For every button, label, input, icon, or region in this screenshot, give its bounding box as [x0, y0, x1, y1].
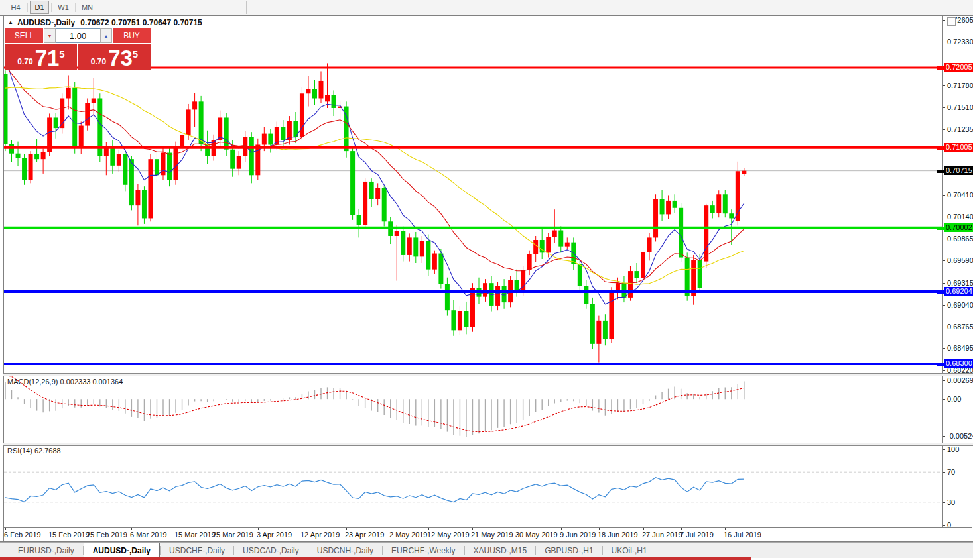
price-tick-label: 0.68765	[947, 323, 973, 331]
rsi-tick-label: 0	[947, 521, 951, 529]
candle-body	[281, 127, 285, 140]
candle-body	[142, 190, 147, 218]
price-tick-label: 0.71510	[947, 103, 973, 111]
candle-body	[653, 199, 658, 237]
candle-body	[464, 311, 468, 327]
candle-body	[174, 146, 178, 180]
chart-tab-usdchf-daily[interactable]: USDCHF-,Daily	[161, 543, 233, 558]
chart-title: ▲AUDUSD-,Daily0.70672 0.70751 0.70647 0.…	[8, 18, 202, 27]
candle-body	[679, 208, 683, 258]
line-price-label: 0.69204	[944, 287, 973, 296]
rsi-label: RSI(14) 62.7688	[7, 447, 61, 455]
candle-body	[357, 215, 361, 225]
toolbar-group-separator	[246, 1, 247, 14]
candle-body	[685, 258, 690, 296]
volume-increase-button[interactable]: ▲	[100, 28, 112, 43]
date-tick-label: 3 Apr 2019	[257, 531, 292, 539]
date-tick-label: 30 May 2019	[515, 531, 558, 539]
timeframe-button-w1[interactable]: W1	[54, 1, 73, 14]
candle-body	[332, 95, 336, 108]
rsi-bottom-border	[3, 527, 972, 528]
candle-body	[268, 134, 273, 145]
chart-tab-usdcnh-daily[interactable]: USDCNH-,Daily	[308, 543, 382, 558]
chart-tab-eurchf-weekly[interactable]: EURCHF-,Weekly	[383, 543, 464, 558]
candle-body	[704, 205, 708, 261]
candle-body	[319, 81, 324, 99]
date-tick-label: 23 Apr 2019	[345, 531, 384, 539]
candle-body	[603, 321, 608, 339]
candle-body	[495, 286, 500, 306]
price-tick-label: 0.72330	[947, 38, 973, 46]
candle-body	[546, 237, 551, 252]
date-tick-mark	[428, 528, 429, 530]
candle-body	[729, 213, 734, 218]
buy-price-panel[interactable]: 0.70735	[78, 44, 151, 70]
macd-tick-label: -0.005242	[947, 432, 973, 440]
date-tick-label: 2 May 2019	[389, 531, 427, 539]
volume-input[interactable]: 1.00	[56, 28, 100, 43]
moving-average-line	[5, 87, 744, 284]
macd-label: MACD(12,26,9) 0.002333 0.001364	[7, 378, 123, 386]
rsi-tick-label: 70	[947, 468, 955, 476]
candle-body	[438, 254, 443, 284]
volume-decrease-button[interactable]: ▼	[44, 28, 56, 43]
price-tick-label: 0.71780	[947, 82, 973, 89]
sell-price-panel[interactable]: 0.70715	[5, 44, 77, 70]
candle-body	[382, 188, 387, 222]
chart-tab-usdcad-daily[interactable]: USDCAD-,Daily	[234, 543, 308, 558]
timeframe-button-mn[interactable]: MN	[78, 1, 97, 14]
date-tick-label: 16 Jul 2019	[724, 531, 761, 539]
candle-body	[306, 89, 310, 93]
sell-button[interactable]: SELL	[5, 28, 43, 43]
chart-top-border	[0, 15, 973, 16]
candle-body	[698, 260, 702, 288]
toolbar-separator	[51, 3, 52, 12]
chart-tab-xauusd-m15[interactable]: XAUUSD-,M15	[465, 543, 536, 558]
date-tick-mark	[599, 528, 600, 530]
date-tick-label: 27 Jun 2019	[642, 531, 682, 539]
chart-tab-eurusd-daily[interactable]: EURUSD-,Daily	[9, 543, 83, 558]
timeframe-button-d1[interactable]: D1	[30, 1, 49, 14]
date-tick-mark	[517, 528, 517, 530]
candle-body	[578, 264, 582, 286]
chart-tab-gbpusd-h1[interactable]: GBPUSD-,H1	[536, 543, 602, 558]
candle-body	[716, 194, 721, 213]
volume-stepper: ▼ 1.00 ▲	[44, 28, 112, 43]
candle-body	[565, 243, 570, 247]
candle-body	[723, 194, 728, 213]
candle-body	[673, 201, 677, 208]
candle-body	[666, 201, 671, 215]
candle-body	[401, 231, 405, 255]
buy-button[interactable]: BUY	[113, 28, 151, 43]
candle-body	[148, 159, 153, 218]
chart-tab-audusd-daily[interactable]: AUDUSD-,Daily	[84, 543, 160, 558]
macd-tick-label: 0.00	[947, 395, 961, 403]
chart-tab-ukoil-h1[interactable]: UKOil-,H1	[603, 543, 656, 558]
candle-body	[117, 154, 121, 166]
rsi-splitter[interactable]	[3, 443, 973, 446]
candle-body	[590, 304, 595, 344]
candle-body	[167, 153, 172, 180]
sell-price-pip: 5	[59, 48, 64, 60]
collapse-arrow-icon[interactable]: ▲	[8, 19, 13, 25]
date-tick-mark	[176, 528, 176, 530]
candle-body	[230, 150, 235, 169]
line-price-label: 0.71005	[944, 143, 973, 152]
window-bottom-edge	[0, 557, 751, 560]
rsi-tick-label: 30	[947, 498, 955, 506]
candle-body	[628, 271, 633, 298]
candle-body	[22, 158, 27, 180]
candle-body	[609, 292, 614, 339]
line-label-pointer	[937, 363, 944, 366]
price-chart-canvas[interactable]	[0, 0, 973, 560]
timeframe-button-h4[interactable]: H4	[6, 1, 25, 14]
price-tick-label: 0.68495	[947, 344, 973, 352]
axis-corner-button[interactable]	[947, 17, 956, 26]
candle-body	[451, 310, 456, 330]
moving-average-line	[5, 56, 744, 304]
macd-splitter[interactable]	[3, 373, 973, 376]
candle-body	[41, 152, 46, 159]
date-tick-label: 15 Feb 2019	[48, 531, 90, 539]
candle-body	[192, 101, 197, 109]
candle-body	[312, 89, 317, 98]
